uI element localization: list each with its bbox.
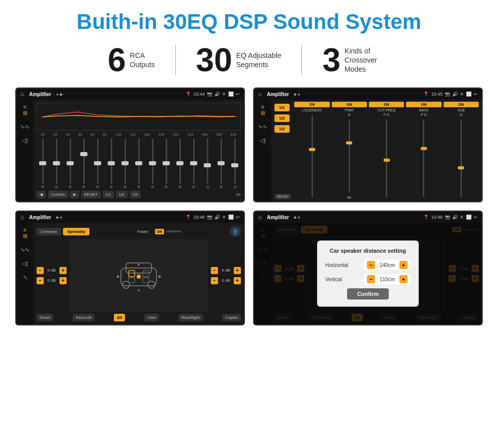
speaker-icon-3[interactable]: ◁) bbox=[22, 260, 28, 267]
amp-reset-btn[interactable]: RESET bbox=[274, 194, 291, 199]
eq-thumb-13[interactable] bbox=[217, 161, 225, 165]
btn-rearleft[interactable]: RearLeft bbox=[73, 314, 95, 321]
cutfreq-slider[interactable] bbox=[384, 159, 390, 162]
db-minus-2[interactable]: − bbox=[37, 277, 44, 284]
sidebar-3: ≡⊞ ∿∿ ◁) ⤡ bbox=[16, 223, 34, 324]
eq-slider-5: 0 bbox=[105, 138, 117, 189]
loudness-slider[interactable] bbox=[309, 148, 315, 151]
eq-thumb-6[interactable] bbox=[121, 161, 129, 165]
phat-slider[interactable] bbox=[346, 141, 352, 144]
btn-all[interactable]: All bbox=[114, 314, 125, 321]
preset-u1[interactable]: U1 bbox=[274, 104, 290, 111]
bass-slider[interactable] bbox=[421, 147, 427, 150]
eq-icon-3[interactable]: ≡⊞ bbox=[23, 227, 27, 240]
eq-u3-btn[interactable]: U3 bbox=[130, 191, 141, 198]
home-icon-1[interactable]: ⌂ bbox=[20, 91, 24, 98]
eq-custom-btn[interactable]: Custom bbox=[48, 191, 68, 198]
eq-thumb-12[interactable] bbox=[204, 163, 211, 167]
wave-icon-3[interactable]: ∿∿ bbox=[20, 247, 29, 253]
eq-thumb-11[interactable] bbox=[190, 161, 197, 165]
arrows-icon[interactable]: ≫ bbox=[236, 192, 241, 197]
preset-u2[interactable]: U2 bbox=[274, 114, 290, 122]
stat-rca-desc: RCA Outputs bbox=[130, 51, 155, 69]
db-minus-1[interactable]: − bbox=[37, 267, 44, 274]
svg-text:◀: ◀ bbox=[116, 274, 119, 279]
back-icon-3: ↩ bbox=[236, 215, 240, 220]
vertical-minus[interactable]: − bbox=[367, 275, 375, 283]
eq-slider-9: 0 bbox=[160, 138, 172, 189]
eq-track-3 bbox=[83, 138, 85, 184]
eq-thumb-7[interactable] bbox=[135, 161, 142, 165]
db-plus-4[interactable]: + bbox=[234, 277, 241, 284]
db-ctrl-4: − 0 dB + bbox=[211, 277, 241, 284]
preset-u3[interactable]: U3 bbox=[274, 125, 290, 133]
btn-rearright[interactable]: RearRight bbox=[178, 314, 203, 321]
eq-val-label-0: 0 bbox=[42, 185, 44, 189]
eq-slider-8: 0 bbox=[146, 138, 159, 189]
wave-icon[interactable]: ∿∿ bbox=[20, 124, 29, 130]
loudness-toggle[interactable]: ON bbox=[294, 102, 329, 107]
bass-toggle[interactable]: ON bbox=[406, 102, 441, 107]
speaker-icon[interactable]: ◁) bbox=[22, 137, 28, 144]
eq-thumb-5[interactable] bbox=[108, 161, 115, 165]
eq-icon-2[interactable]: ≡⊞ bbox=[261, 104, 265, 116]
eq-thumb-4[interactable] bbox=[94, 161, 101, 165]
window-icon-3: ⬜ bbox=[228, 215, 234, 220]
expand-icon-3[interactable]: ⤡ bbox=[23, 274, 27, 281]
eq-thumb-8[interactable] bbox=[149, 161, 156, 165]
btn-driver[interactable]: Driver bbox=[37, 314, 53, 321]
fader-toggle[interactable]: ON bbox=[155, 229, 165, 234]
sub-toggle[interactable]: ON bbox=[444, 102, 479, 107]
db-ctrl-3: − 0 dB + bbox=[211, 267, 241, 274]
horizontal-plus[interactable]: + bbox=[399, 261, 408, 269]
db-minus-4[interactable]: − bbox=[211, 277, 218, 284]
db-plus-3[interactable]: + bbox=[234, 267, 241, 274]
wave-icon-2[interactable]: ∿∿ bbox=[258, 124, 267, 130]
btn-user[interactable]: User bbox=[144, 314, 159, 321]
eq-main: 25 32 40 50 63 80 100 125 160 200 250 32… bbox=[34, 100, 244, 201]
eq-u2-btn[interactable]: U2 bbox=[116, 191, 127, 198]
eq-reset-btn[interactable]: RESET bbox=[81, 191, 101, 198]
eq-play-btn[interactable]: ▶ bbox=[70, 191, 79, 198]
eq-icon[interactable]: ≡⊞ bbox=[23, 104, 27, 116]
fader-bottom: Driver RearLeft All User RearRight Copil… bbox=[37, 314, 241, 321]
eq-thumb-0[interactable] bbox=[39, 161, 46, 165]
vertical-value: 110cm bbox=[377, 277, 397, 282]
phat-toggle[interactable]: ON bbox=[332, 102, 367, 107]
vertical-plus[interactable]: + bbox=[399, 275, 408, 283]
eq-thumb-9[interactable] bbox=[163, 161, 170, 165]
pin-icon-1: 📍 bbox=[185, 92, 191, 97]
eq-track-6 bbox=[124, 138, 126, 184]
fader-slider[interactable] bbox=[166, 230, 181, 232]
eq-bottom-bar: ◀ Custom ▶ RESET U1 U2 U3 ≫ bbox=[37, 191, 241, 198]
settings-icon[interactable]: 👤 bbox=[230, 226, 241, 237]
confirm-button[interactable]: Confirm bbox=[347, 288, 389, 300]
speaker-icon-2[interactable]: ◁) bbox=[260, 137, 266, 144]
db-plus-1[interactable]: + bbox=[59, 267, 67, 274]
eq-thumb-3[interactable] bbox=[80, 152, 87, 156]
control-phat: ON PHAT G 64 bbox=[332, 102, 367, 199]
db-minus-3[interactable]: − bbox=[211, 267, 218, 274]
btn-copilot[interactable]: Copilot bbox=[222, 314, 241, 321]
home-icon-3[interactable]: ⌂ bbox=[20, 214, 24, 221]
eq-u1-btn[interactable]: U1 bbox=[103, 191, 114, 198]
amp-controls: ON LOUDNESS ON PHAT G bbox=[294, 102, 479, 199]
pin-icon-4: 📍 bbox=[423, 215, 429, 220]
db-plus-2[interactable]: + bbox=[59, 277, 67, 284]
eq-thumb-14[interactable] bbox=[231, 163, 238, 167]
tab-specialty[interactable]: Specialty bbox=[63, 228, 89, 235]
cutfreq-toggle[interactable]: ON bbox=[369, 102, 404, 107]
eq-thumb-1[interactable] bbox=[53, 161, 60, 165]
horizontal-minus[interactable]: − bbox=[367, 261, 375, 269]
home-icon-4[interactable]: ⌂ bbox=[258, 214, 262, 221]
eq-prev-btn[interactable]: ◀ bbox=[37, 191, 46, 198]
eq-thumb-10[interactable] bbox=[176, 161, 183, 165]
volume-icon-4: 🔊 bbox=[452, 215, 458, 220]
eq-thumb-2[interactable] bbox=[67, 161, 74, 165]
sub-slider[interactable] bbox=[458, 166, 464, 169]
home-icon-2[interactable]: ⌂ bbox=[258, 91, 262, 98]
eq-slider-11: 0 bbox=[188, 138, 200, 189]
stat-rca: 6 RCA Outputs bbox=[87, 44, 175, 76]
eq-track-13 bbox=[221, 138, 222, 184]
tab-common[interactable]: Common bbox=[37, 228, 61, 235]
